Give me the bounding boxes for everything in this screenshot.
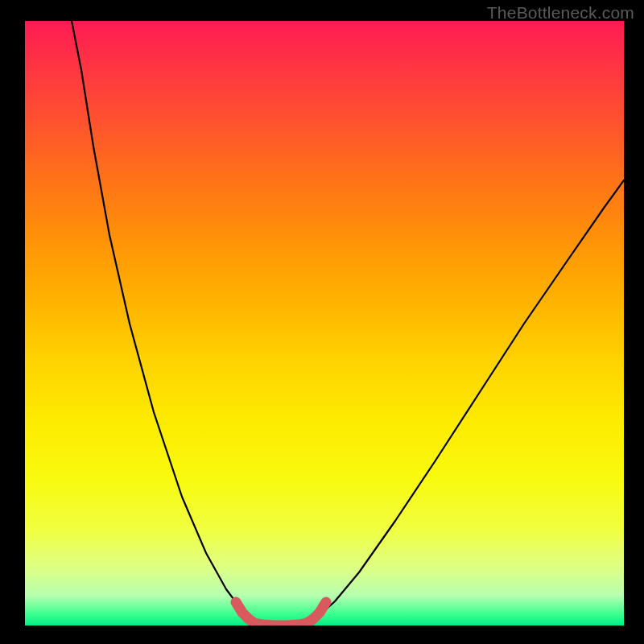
- plot-area: [25, 21, 624, 625]
- optimal-zone-highlight: [236, 602, 326, 625]
- chart-frame: TheBottleneck.com: [0, 0, 644, 644]
- bottleneck-curve: [72, 21, 624, 625]
- watermark-text: TheBottleneck.com: [487, 3, 634, 23]
- curve-layer: [25, 21, 624, 625]
